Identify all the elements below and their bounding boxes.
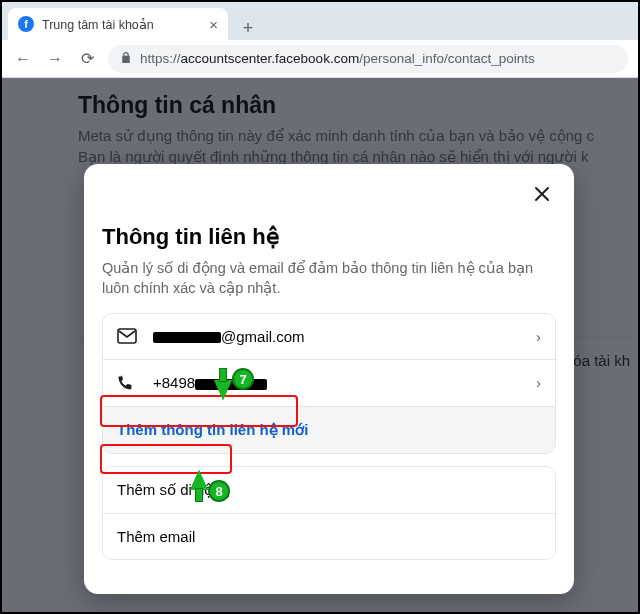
phone-icon <box>117 374 139 392</box>
chevron-right-icon: › <box>536 328 541 345</box>
forward-icon[interactable]: → <box>44 50 66 68</box>
browser-tab-bar: f Trung tâm tài khoản × + <box>2 2 638 40</box>
add-email-button[interactable]: Thêm email <box>103 513 555 559</box>
contact-row-email[interactable]: @gmail.com › <box>103 314 555 359</box>
contact-row-phone[interactable]: +8498 › <box>103 359 555 406</box>
facebook-favicon: f <box>18 16 34 32</box>
add-new-contact-label: Thêm thông tin liên hệ mới <box>117 421 308 439</box>
tab-title: Trung tâm tài khoản <box>42 17 154 32</box>
close-icon <box>532 184 552 204</box>
add-phone-label: Thêm số di động <box>117 481 230 499</box>
url-text: https://accountscenter.facebook.com/pers… <box>140 51 535 66</box>
tab-close-icon[interactable]: × <box>209 16 218 33</box>
reload-icon[interactable]: ⟳ <box>76 49 98 68</box>
email-value: @gmail.com <box>153 328 305 345</box>
contact-info-dialog: Thông tin liên hệ Quản lý số di động và … <box>84 164 574 594</box>
phone-value: +8498 <box>153 374 267 391</box>
lock-icon <box>120 51 132 67</box>
add-options-list: Thêm số di động Thêm email <box>102 466 556 560</box>
dialog-subtitle: Quản lý số di động và email để đảm bảo t… <box>102 258 556 299</box>
add-new-contact-button[interactable]: Thêm thông tin liên hệ mới <box>103 406 555 453</box>
dialog-title: Thông tin liên hệ <box>102 224 556 250</box>
email-icon <box>117 328 139 344</box>
back-icon[interactable]: ← <box>12 50 34 68</box>
browser-tab[interactable]: f Trung tâm tài khoản × <box>8 8 228 40</box>
add-email-label: Thêm email <box>117 528 195 545</box>
close-button[interactable] <box>526 178 558 210</box>
add-phone-button[interactable]: Thêm số di động <box>103 467 555 513</box>
chevron-right-icon: › <box>536 374 541 391</box>
contact-list: @gmail.com › +8498 › Thêm thông tin liên… <box>102 313 556 454</box>
browser-toolbar: ← → ⟳ https://accountscenter.facebook.co… <box>2 40 638 78</box>
address-bar[interactable]: https://accountscenter.facebook.com/pers… <box>108 45 628 73</box>
new-tab-button[interactable]: + <box>234 14 262 42</box>
